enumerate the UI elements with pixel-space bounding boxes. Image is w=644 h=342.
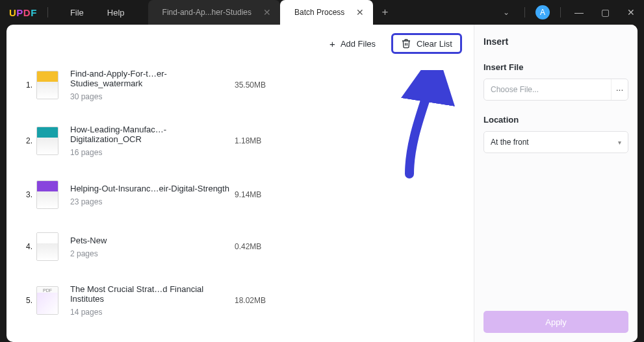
file-pages: 2 pages: [70, 249, 235, 258]
separator: [47, 7, 48, 18]
menu-file[interactable]: File: [58, 0, 96, 25]
file-pages: 16 pages: [70, 148, 235, 157]
location-value: At the front: [491, 138, 529, 147]
main-panel: + Add Files Clear List 1. Find-and-App: [6, 25, 474, 342]
tab-label: Find-and-Ap...her-Studies: [162, 8, 251, 17]
trash-icon: [401, 38, 411, 49]
separator: [524, 7, 525, 18]
file-pages: 30 pages: [70, 92, 235, 101]
file-thumbnail: [36, 180, 58, 209]
menu-help[interactable]: Help: [96, 0, 136, 25]
chevron-down-icon: ▾: [618, 139, 621, 146]
list-item[interactable]: 4. Pets-New 2 pages 0.42MB: [36, 221, 462, 273]
file-size: 18.02MB: [235, 296, 313, 305]
file-pages: 23 pages: [70, 197, 235, 206]
tab-document[interactable]: Find-and-Ap...her-Studies ✕: [148, 0, 280, 25]
file-size: 0.42MB: [235, 242, 313, 251]
add-files-label: Add Files: [341, 39, 376, 49]
close-icon[interactable]: ✕: [263, 7, 271, 18]
tab-batch-process[interactable]: Batch Process ✕: [280, 0, 373, 25]
list-item[interactable]: 1. Find-and-Apply-For-t…er-Studies_water…: [36, 57, 462, 113]
file-list: 1. Find-and-Apply-For-t…er-Studies_water…: [6, 49, 474, 328]
toolbar: + Add Files Clear List: [6, 25, 474, 49]
file-size: 9.14MB: [235, 190, 313, 199]
list-item[interactable]: 3. Helping-Out-Insuranc…eir-Digital-Stre…: [36, 169, 462, 221]
choose-file-input[interactable]: [484, 85, 611, 94]
file-name: The Most Crucial Strat…d Financial Insti…: [70, 284, 235, 304]
row-number: 4.: [18, 242, 32, 251]
close-icon[interactable]: ✕: [356, 7, 364, 18]
file-name: Helping-Out-Insuranc…eir-Digital-Strengt…: [70, 184, 235, 193]
row-number: 1.: [18, 80, 32, 90]
avatar[interactable]: A: [535, 5, 550, 19]
file-pages: 14 pages: [70, 308, 235, 317]
choose-file-field[interactable]: ···: [483, 79, 628, 101]
row-number: 5.: [18, 296, 32, 305]
maximize-button[interactable]: ▢: [592, 0, 618, 25]
file-thumbnail: [36, 71, 58, 99]
file-thumbnail: PDF: [36, 286, 58, 315]
tabstrip: Find-and-Ap...her-Studies ✕ Batch Proces…: [148, 0, 397, 25]
location-label: Location: [483, 115, 628, 125]
file-name: Pets-New: [70, 236, 235, 245]
minimize-button[interactable]: —: [566, 0, 592, 25]
logo: UPDF: [9, 7, 37, 18]
browse-button[interactable]: ···: [611, 79, 628, 100]
sidebar: Insert Insert File ··· Location At the f…: [474, 25, 638, 342]
plus-icon: +: [329, 38, 335, 49]
list-item[interactable]: 2. How-Leading-Manufac…-Digitalization_O…: [36, 113, 462, 169]
sidebar-title: Insert: [483, 36, 628, 47]
close-window-button[interactable]: ✕: [618, 0, 644, 25]
file-size: 35.50MB: [235, 80, 313, 90]
file-size: 1.18MB: [235, 136, 313, 145]
separator: [560, 7, 561, 18]
chevron-down-icon[interactable]: ⌄: [493, 8, 519, 17]
clear-list-label: Clear List: [417, 39, 452, 49]
workspace: + Add Files Clear List 1. Find-and-App: [6, 25, 638, 342]
insert-file-label: Insert File: [483, 62, 628, 72]
row-number: 2.: [18, 136, 32, 145]
file-name: How-Leading-Manufac…-Digitalization_OCR: [70, 125, 235, 144]
file-thumbnail: [36, 127, 58, 155]
list-item[interactable]: 5. PDF The Most Crucial Strat…d Financia…: [36, 273, 462, 328]
apply-button[interactable]: Apply: [483, 311, 628, 333]
tab-label: Batch Process: [294, 8, 344, 17]
new-tab-button[interactable]: +: [373, 0, 396, 25]
file-thumbnail: [36, 232, 58, 261]
titlebar: UPDF File Help Find-and-Ap...her-Studies…: [0, 0, 644, 25]
row-number: 3.: [18, 190, 32, 199]
file-name: Find-and-Apply-For-t…er-Studies_watermar…: [70, 69, 235, 88]
location-select[interactable]: At the front ▾: [483, 131, 628, 153]
